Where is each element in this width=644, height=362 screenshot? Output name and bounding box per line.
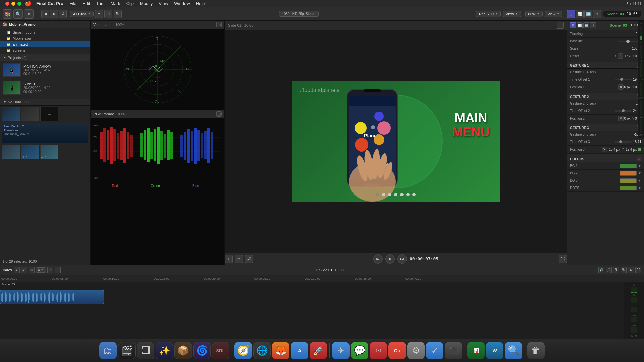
projects-collapse-icon[interactable]: ▼: [3, 56, 6, 59]
insp-tab3[interactable]: 🔤: [583, 22, 589, 28]
bg3-dropdown[interactable]: ▼: [638, 179, 641, 182]
dock-telegram[interactable]: ✈: [332, 342, 350, 359]
bg3-color-swatch[interactable]: [620, 178, 637, 183]
view-menu[interactable]: View: [156, 0, 171, 7]
dock-messages[interactable]: 💬: [351, 342, 368, 359]
dock-chrome[interactable]: 🌐: [253, 342, 271, 359]
dock-appstore[interactable]: A: [291, 342, 308, 359]
timeoffset3-slider[interactable]: [615, 141, 632, 143]
dock-davinci[interactable]: 🎬: [118, 342, 136, 359]
pos3-x-icon[interactable]: ✕: [602, 147, 607, 152]
timeoffset1-thumb[interactable]: [620, 78, 623, 81]
prev-frame[interactable]: ⏮: [373, 254, 383, 264]
inspector-toggle3[interactable]: 🔤: [584, 10, 592, 18]
timeline-prev[interactable]: ◀: [315, 268, 317, 272]
inspector-toggle1[interactable]: ⊞: [567, 10, 575, 18]
dock-launchpad[interactable]: 🚀: [310, 342, 327, 359]
timeline-tool3[interactable]: ↑: [47, 267, 53, 273]
dock-motion[interactable]: ✨: [156, 342, 173, 359]
timeline-settings[interactable]: ⚙: [628, 267, 634, 273]
dock-things[interactable]: ✓: [426, 342, 443, 359]
edit-menu[interactable]: Edit: [80, 0, 93, 7]
no-data-thumb-selected[interactable]: Final Cut Pro XTransitions20200220_03371…: [2, 123, 88, 143]
no-data-thumb-1[interactable]: 2...): [2, 107, 20, 121]
forward-button[interactable]: ▶: [50, 10, 58, 18]
bg2-dropdown[interactable]: ▼: [638, 171, 641, 175]
maximize-button[interactable]: [17, 2, 21, 6]
view2-dropdown[interactable]: View ▼: [545, 11, 563, 17]
dock-sysprefs[interactable]: ⚙: [407, 342, 425, 359]
pos2-x-icon[interactable]: ✕: [618, 116, 624, 121]
sidebar-item-animated[interactable]: 📁 animated: [0, 41, 90, 47]
dock-fcp[interactable]: 🎞: [137, 342, 154, 359]
next-frame[interactable]: ⏭: [397, 254, 407, 264]
timeline-tool1[interactable]: ◎: [21, 267, 27, 273]
no-data-thumb-5[interactable]: al...0: [21, 145, 39, 159]
bg2-color-swatch[interactable]: [620, 171, 637, 176]
dots-dropdown[interactable]: ▼: [638, 186, 641, 190]
timeline-zoom[interactable]: 🔍: [621, 267, 627, 273]
timeoffset3-thumb[interactable]: [619, 140, 622, 143]
dock-3dl[interactable]: 3DL: [212, 342, 229, 359]
colors-expand[interactable]: +: [637, 157, 641, 161]
back-button[interactable]: ◀: [41, 10, 49, 18]
audio-button[interactable]: 🔊: [245, 255, 253, 263]
vectorscope-settings[interactable]: ⊞: [216, 22, 222, 27]
media-item-motionarray[interactable]: 📱 MOTION ARRAY 20/02/2020, 14:37 00:01:1…: [0, 61, 90, 79]
bg1-color-swatch[interactable]: [620, 164, 637, 168]
list-view-button[interactable]: ≡: [95, 10, 103, 18]
no-data-thumb-2[interactable]: —: [21, 107, 39, 121]
window-menu[interactable]: Window: [171, 0, 192, 7]
rec709-dropdown[interactable]: Rec. 709 ▼: [476, 11, 501, 17]
trim-button[interactable]: ✂: [235, 255, 243, 263]
dock-mosaic[interactable]: ⬛: [445, 342, 462, 359]
dock-word[interactable]: W: [486, 342, 503, 359]
clip-menu[interactable]: Clip: [124, 0, 137, 7]
no-data-thumb-4[interactable]: [2, 145, 20, 159]
offset-x-icon[interactable]: ✕: [618, 53, 623, 59]
timeline-mode-dropdown[interactable]: ≡ ▼: [36, 267, 46, 273]
pos1-x-icon[interactable]: ✕: [618, 84, 624, 90]
sidebar-item-smart[interactable]: 📋 Smart...ctions: [0, 29, 90, 35]
pos3-keyframe[interactable]: [638, 148, 641, 151]
dock-compressor[interactable]: 📦: [174, 342, 192, 359]
bg1-dropdown[interactable]: ▼: [638, 164, 641, 168]
dock-trash[interactable]: 🗑: [527, 342, 545, 359]
search-button[interactable]: 🔍: [114, 10, 122, 18]
insp-tab2[interactable]: 📊: [577, 22, 583, 28]
dock-firefox[interactable]: 🦊: [272, 342, 289, 359]
inspector-icon[interactable]: 🔍: [13, 9, 23, 19]
mark-menu[interactable]: Mark: [108, 0, 123, 7]
sidebar-item-mobileapp[interactable]: 📁 Mobile app: [0, 35, 90, 41]
timeoffset1-slider[interactable]: [615, 79, 632, 80]
dock-ae[interactable]: 🌀: [193, 342, 211, 359]
audio-tool3[interactable]: 🎚: [613, 267, 619, 273]
insp-tab4[interactable]: ℹ: [590, 22, 596, 28]
timeline-tool2[interactable]: ⊞: [29, 267, 35, 273]
baseline-slider[interactable]: [618, 41, 638, 42]
fullscreen-button[interactable]: ⛶: [559, 255, 567, 263]
rgb-settings[interactable]: ⊞: [216, 111, 222, 117]
timeline-tool4[interactable]: →: [55, 267, 61, 273]
view-dropdown[interactable]: View ▼: [503, 11, 521, 17]
preview-expand[interactable]: ⛶: [557, 22, 564, 29]
trim-menu[interactable]: Trim: [93, 0, 107, 7]
inspector-toggle2[interactable]: 📊: [576, 10, 584, 18]
audio-tool1[interactable]: 🔊: [598, 267, 604, 273]
app-menu[interactable]: Final Cut Pro: [34, 0, 66, 7]
index-label[interactable]: Index: [3, 268, 12, 272]
audio-tool2[interactable]: 🎵: [606, 267, 612, 273]
index-list[interactable]: ≡: [14, 267, 20, 273]
no-data-thumb-3[interactable]: —: [40, 107, 58, 121]
all-clips-dropdown[interactable]: All Clips ▼: [70, 11, 94, 17]
zoom-dropdown[interactable]: 86% ▼: [525, 11, 543, 17]
add-to-timeline[interactable]: +: [225, 255, 233, 263]
help-menu[interactable]: Help: [193, 0, 208, 7]
baseline-slider-thumb[interactable]: [626, 40, 630, 43]
dock-safari[interactable]: 🧭: [234, 342, 252, 359]
media-item-slide01[interactable]: 📱 Slide 01 20/02/2020, 14:12 00:00:10:00: [0, 79, 90, 97]
timeoffset2-slider[interactable]: [615, 110, 632, 112]
inspector-toggle4[interactable]: ℹ: [593, 10, 601, 18]
minimize-button[interactable]: [11, 2, 15, 6]
grid-view-button[interactable]: ⊞: [104, 10, 112, 18]
